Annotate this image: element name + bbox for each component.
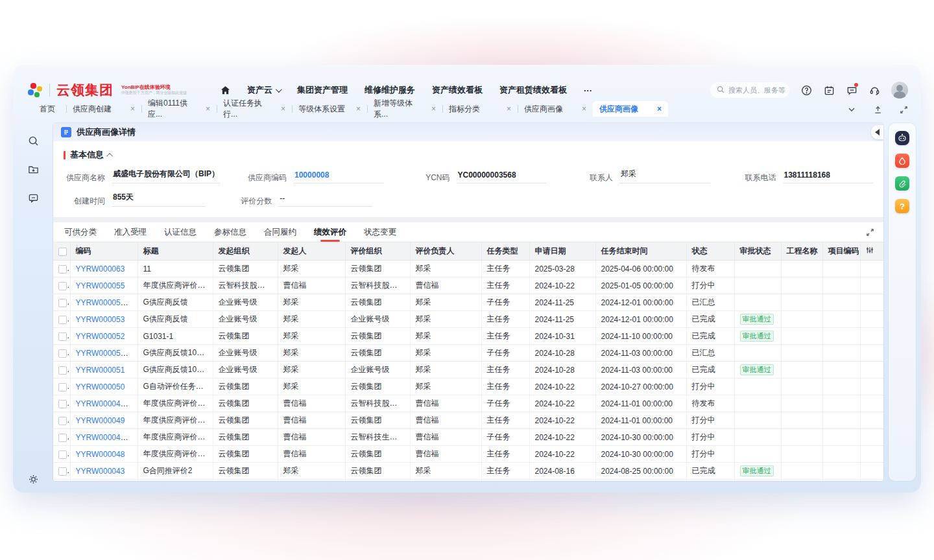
rail-favorites-icon[interactable]	[27, 163, 39, 175]
row-code-link[interactable]: YYRW000043	[76, 467, 125, 476]
row-checkbox[interactable]	[58, 282, 67, 290]
row-code-link[interactable]: YYRW000052	[76, 332, 125, 341]
column-settings-icon[interactable]	[866, 246, 874, 254]
window-tab[interactable]: 供应商创建×	[66, 101, 141, 117]
table-fullscreen-icon[interactable]	[866, 228, 874, 239]
row-code-link[interactable]: YYRW000049	[76, 416, 125, 425]
publish-icon[interactable]	[873, 105, 882, 114]
col-header-init_org[interactable]: 发起组织	[213, 242, 278, 261]
detail-tab-1[interactable]: 准入受理	[114, 222, 147, 242]
home-icon[interactable]	[221, 86, 230, 95]
select-all-checkbox[interactable]	[58, 248, 67, 256]
assistant-robot-icon[interactable]	[895, 131, 909, 145]
row-checkbox[interactable]	[58, 400, 67, 408]
col-header-task_type[interactable]: 任务类型	[481, 242, 529, 261]
detail-tab-6[interactable]: 状态变更	[364, 222, 396, 242]
detail-tab-2[interactable]: 认证信息	[164, 222, 197, 242]
cell-apply_date: 2025-03-28	[529, 261, 595, 277]
fullscreen-icon[interactable]	[899, 105, 908, 114]
user-avatar[interactable]	[891, 82, 908, 99]
detail-tab-5[interactable]: 绩效评价	[314, 222, 346, 242]
rail-settings-icon[interactable]	[27, 473, 39, 485]
nav-item-4[interactable]: 资产租赁绩效看板	[499, 84, 567, 96]
row-checkbox[interactable]	[58, 349, 67, 358]
window-tab[interactable]: 等级体系设置×	[292, 101, 367, 117]
row-checkbox[interactable]	[58, 417, 67, 425]
row-code-link[interactable]: YYRW000053	[76, 315, 125, 324]
window-tab[interactable]: 首页	[29, 101, 66, 117]
help-badge-icon[interactable]: ?	[895, 199, 909, 213]
rail-feedback-icon[interactable]	[27, 192, 39, 204]
row-checkbox[interactable]	[58, 332, 67, 341]
help-icon[interactable]	[800, 84, 812, 96]
headset-icon[interactable]	[868, 84, 880, 96]
row-code-link[interactable]: YYRW000055	[76, 281, 125, 290]
close-icon[interactable]: ×	[281, 104, 285, 113]
col-header-initiator[interactable]: 发起人	[278, 242, 345, 261]
close-icon[interactable]: ×	[206, 104, 210, 113]
cell-project_name	[781, 446, 822, 463]
cell-apply_date: 2024-10-22	[529, 446, 595, 463]
window-tab[interactable]: 认证任务执行...×	[217, 101, 292, 117]
close-icon[interactable]: ×	[582, 104, 586, 113]
attachment-icon[interactable]	[895, 176, 909, 191]
row-code-link[interactable]: YYRW000050	[76, 382, 125, 391]
col-header-status[interactable]: 状态	[686, 242, 734, 261]
row-checkbox[interactable]	[58, 450, 67, 459]
row-code-link[interactable]: YYRW000048-001	[76, 433, 138, 442]
cell-eval_owner: 曹信福	[410, 395, 481, 412]
close-icon[interactable]: ×	[431, 104, 436, 113]
detail-tab-3[interactable]: 参标信息	[214, 222, 246, 242]
window-tab[interactable]: 指标分类×	[442, 101, 518, 117]
global-search[interactable]	[710, 82, 789, 98]
close-icon[interactable]: ×	[356, 104, 361, 113]
tabs-collapse-icon[interactable]	[847, 105, 856, 114]
close-icon[interactable]: ×	[130, 104, 135, 113]
nav-item-1[interactable]: 集团资产管理	[297, 84, 348, 96]
table-header-row: 编码标题发起组织发起人评价组织评价负责人任务类型申请日期任务结束时间状态审批状态…	[53, 242, 883, 261]
row-code-link[interactable]: YYRW000063	[76, 264, 125, 274]
row-code-link[interactable]: YYRW000051	[76, 366, 125, 375]
nav-item-2[interactable]: 维修维护服务	[365, 84, 415, 96]
window-tab[interactable]: 新增等级体系...×	[367, 101, 442, 117]
col-header-apply_date[interactable]: 申请日期	[529, 242, 595, 261]
nav-item-5[interactable]: ···	[584, 86, 592, 95]
basic-info-header[interactable]: 基本信息	[64, 146, 873, 169]
row-checkbox[interactable]	[58, 434, 67, 442]
row-code-link[interactable]: YYRW000051-001	[76, 349, 138, 358]
row-checkbox[interactable]	[58, 467, 67, 476]
collapse-panel-button[interactable]	[871, 125, 883, 139]
row-code-link[interactable]: YYRW000049-001	[76, 399, 138, 408]
detail-tab-4[interactable]: 合同履约	[264, 222, 296, 242]
field-value[interactable]: 10000008	[293, 170, 383, 183]
app-red-icon[interactable]	[895, 154, 909, 168]
search-input[interactable]	[728, 86, 787, 94]
col-header-project_name[interactable]: 工程名称	[781, 242, 822, 261]
row-checkbox[interactable]	[58, 383, 67, 391]
col-header-title[interactable]: 标题	[138, 242, 213, 261]
col-header-eval_org[interactable]: 评价组织	[345, 242, 410, 261]
window-tab[interactable]: 供应商画像×	[518, 101, 593, 117]
rail-search-icon[interactable]	[27, 135, 39, 146]
nav-item-0[interactable]: 资产云	[247, 84, 280, 96]
row-checkbox[interactable]	[58, 299, 67, 307]
col-header-eval_owner[interactable]: 评价负责人	[410, 242, 481, 261]
message-icon[interactable]	[846, 84, 857, 96]
window-tab[interactable]: 供应商画像×	[593, 101, 668, 117]
close-icon[interactable]: ×	[657, 104, 662, 113]
window-tab[interactable]: 编辑0111供应...×	[141, 101, 217, 117]
row-code-link[interactable]: YYRW000048	[76, 450, 125, 459]
calendar-icon[interactable]	[823, 84, 835, 96]
col-header-end_time[interactable]: 任务结束时间	[595, 242, 686, 261]
row-code-link[interactable]: YYRW000053-001	[76, 298, 138, 307]
nav-item-3[interactable]: 资产绩效看板	[432, 84, 483, 96]
col-header-project_code[interactable]: 项目编码	[822, 242, 860, 261]
col-header-code[interactable]: 编码	[70, 242, 138, 261]
section-accent-bar	[64, 151, 66, 159]
row-checkbox[interactable]	[58, 316, 67, 324]
row-checkbox[interactable]	[58, 265, 67, 274]
row-checkbox[interactable]	[58, 366, 67, 375]
detail-tab-0[interactable]: 可供分类	[64, 222, 97, 242]
col-header-approval[interactable]: 审批状态	[734, 242, 781, 261]
close-icon[interactable]: ×	[507, 104, 511, 113]
